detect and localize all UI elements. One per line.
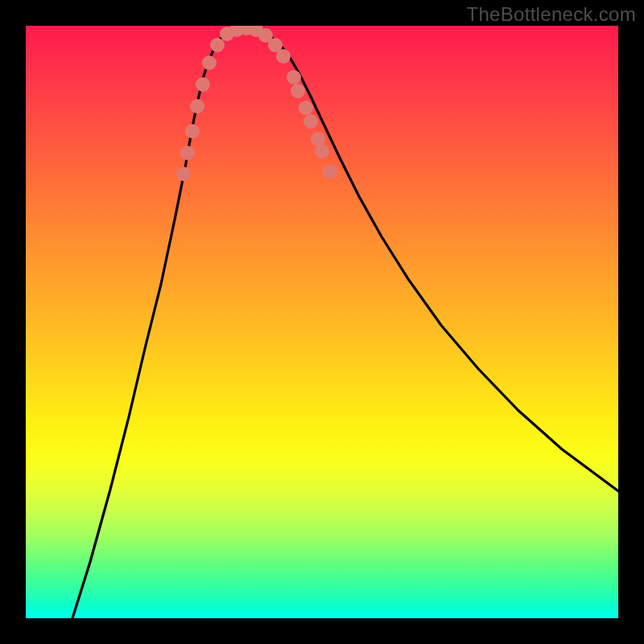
curve-layer <box>26 26 618 618</box>
chart-frame: TheBottleneck.com <box>0 0 644 644</box>
marker-dot <box>176 167 191 181</box>
marker-dot <box>303 114 318 129</box>
marker-dot <box>190 99 204 114</box>
marker-dot <box>287 70 301 85</box>
marker-dot <box>291 84 305 98</box>
marker-dot <box>180 146 195 160</box>
marker-dot <box>210 38 225 52</box>
watermark-text: TheBottleneck.com <box>466 3 636 26</box>
marker-dot <box>185 124 200 138</box>
plot-area <box>26 26 618 618</box>
marker-dot <box>196 77 210 92</box>
marker-dot <box>323 164 337 179</box>
marker-dot <box>276 49 291 64</box>
v-curve <box>72 27 618 618</box>
marker-dot <box>299 101 313 115</box>
marker-dot <box>202 56 217 70</box>
marker-dot <box>315 144 329 159</box>
